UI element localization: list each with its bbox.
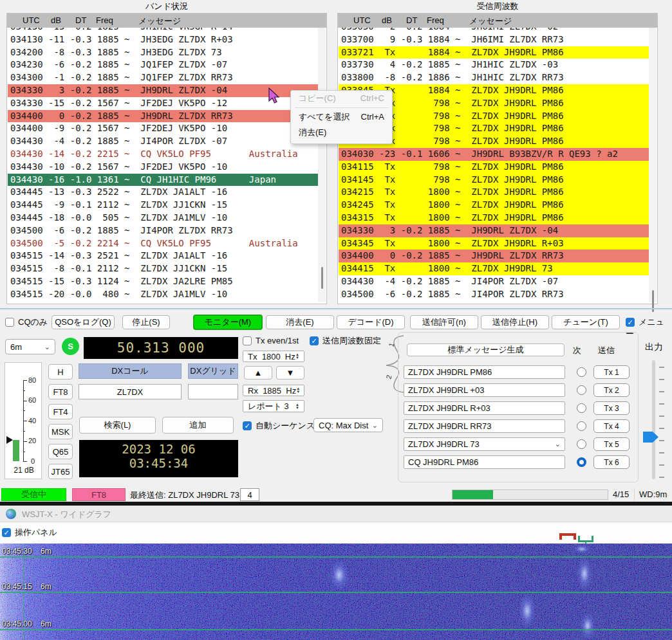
mode-h-button[interactable]: H xyxy=(48,364,73,379)
tx-up-button[interactable]: ▲ xyxy=(244,366,272,379)
decode-button[interactable]: デコード(D) xyxy=(337,315,405,329)
decode-row[interactable]: 034230 -6 -0.2 1885 ~ JQ1FEP ZL7DX -07 xyxy=(8,59,318,71)
decode-row[interactable]: 034515 -20 -0.0 480 ~ ZL7DX JA1MLV -10 xyxy=(8,288,318,301)
log-qso-button[interactable]: QSOをログ(Q) xyxy=(51,315,115,329)
generate-std-msgs-button[interactable]: 標準メッセージ生成 xyxy=(407,343,565,356)
decode-row[interactable]: 034130 -13 -0.2 1825 ~ JH1HIC VK5GP R-14 xyxy=(8,28,318,33)
decode-row[interactable]: 033730 4 -0.2 1885 ~ JH1HIC ZL7DX -03 xyxy=(339,59,649,71)
decode-row[interactable]: 034445 -18 -0.0 505 ~ ZL7DX JA1MLV -10 xyxy=(8,212,318,224)
decode-row[interactable]: 034430 -4 -0.2 1885 ~ JI4POR ZL7DX -07 xyxy=(8,135,318,148)
mode-ft4-button[interactable]: FT4 xyxy=(48,404,73,419)
decode-row[interactable]: 034400 0 -0.2 1885 ~ JH9DRL ZL7DX RR73 xyxy=(8,110,318,123)
widegraph-ruler[interactable]: ✓操作パネル 500 1000 1500 2000 xyxy=(0,522,672,544)
decode-row[interactable]: 034515 -8 -0.1 2112 ~ ZL7DX JJ1CKN -15 xyxy=(8,262,318,275)
hold-tx-freq-checkbox[interactable]: ✓送信周波数固定 xyxy=(310,335,381,347)
dx-call-input[interactable]: ZL7DX xyxy=(79,384,182,399)
tx-freq-spinner[interactable]: Tx 1800 Hz ▲▼ xyxy=(243,351,304,362)
decode-row[interactable]: 033800 -8 -0.2 1886 ~ JH1HIC ZL7DX RR73 xyxy=(339,71,649,84)
frequency-display[interactable]: 50.313 000 xyxy=(84,337,238,359)
halt-button[interactable]: 停止(S) xyxy=(122,315,170,329)
next-tx-radio[interactable] xyxy=(577,457,586,467)
tx-down-button[interactable]: ▼ xyxy=(276,366,304,379)
resize-grip[interactable]: ⋰ xyxy=(663,494,669,501)
power-slider-track[interactable] xyxy=(652,360,655,479)
decode-row[interactable]: 034400 -9 -0.2 1567 ~ JF2DEJ VK5PO -10 xyxy=(8,122,318,135)
decode-row[interactable]: 034330 3 -0.2 1885 ~ JH9DRL ZL7DX -04 xyxy=(339,224,649,237)
add-button[interactable]: 追加 xyxy=(162,417,234,434)
decode-row[interactable]: 034515 -15 -0.3 1124 ~ ZL7DX JA2LRE PM85 xyxy=(8,275,318,288)
status-s-button[interactable]: S xyxy=(62,338,79,355)
lookup-button[interactable]: 検索(L) xyxy=(79,417,156,434)
dx-grid-input[interactable] xyxy=(188,384,238,399)
band-activity-scrollbar[interactable] xyxy=(318,28,326,302)
tx-slot-button[interactable]: Tx 3 xyxy=(593,401,630,415)
cq-only-checkbox[interactable]: CQのみ xyxy=(5,316,48,328)
decode-row[interactable]: 034245 Tx 1800 ~ ZL7DX JH9DRL PM86 xyxy=(339,199,649,212)
decode-row[interactable]: 034115 Tx 798 ~ ZL7DX JH9DRL PM86 xyxy=(339,161,649,174)
tx-message-field[interactable]: ZL7DX JH9DRL PM86 xyxy=(404,365,565,379)
mode-q65-button[interactable]: Q65 xyxy=(48,444,73,459)
decode-row[interactable]: 034030 -23 -0.1 1606 ~ JH9DRL B93BZV/R R… xyxy=(339,148,649,161)
power-slider-handle[interactable] xyxy=(643,432,658,443)
control-panel-checkbox[interactable]: ✓操作パネル xyxy=(2,527,57,538)
mode-msk-button[interactable]: MSK xyxy=(48,424,73,439)
tx-slot-button[interactable]: Tx 5 xyxy=(593,437,630,451)
panel-splitter[interactable] xyxy=(0,308,672,309)
decode-row[interactable]: 034445 -13 -0.3 2522 ~ ZL7DX JA1ALT -16 xyxy=(8,186,318,199)
next-tx-radio[interactable] xyxy=(577,367,586,377)
report-spinner[interactable]: レポート 3▲▼ xyxy=(243,400,304,412)
tx-message-field[interactable]: ZL7DX JH9DRL RR73 xyxy=(404,419,565,433)
decode-row[interactable]: 034145 Tx 798 ~ ZL7DX JH9DRL PM86 xyxy=(339,174,649,187)
decode-row[interactable]: 034430 -14 -0.2 2215 ~ CQ VK5LO PF95 Aus… xyxy=(8,148,318,161)
tx-even-checkbox[interactable]: Tx even/1st xyxy=(243,335,299,345)
tx-freq-marker[interactable] xyxy=(559,533,576,540)
tx-slot-button[interactable]: Tx 1 xyxy=(593,365,630,379)
next-tx-radio[interactable] xyxy=(577,421,586,431)
decode-row[interactable]: 034430 -10 -0.2 1567 ~ JF2DEJ VK5PO -10 xyxy=(8,161,318,174)
erase-button[interactable]: 消去(E) xyxy=(266,315,334,329)
auto-seq-checkbox[interactable]: ✓自動シーケンス xyxy=(243,420,315,432)
decode-row[interactable]: 034500 -6 -0.2 1885 ~ JI4POR ZL7DX RR73 xyxy=(8,224,318,237)
next-tx-radio[interactable] xyxy=(577,403,586,413)
band-select[interactable]: 6m⌄ xyxy=(5,339,55,354)
tx-slot-button[interactable]: Tx 2 xyxy=(593,383,630,397)
rx-frequency-rows[interactable]: 033630 -2 -0.2 1884 ~ JH6IMI ZL7DX -0203… xyxy=(339,28,649,302)
band-activity-rows[interactable]: 034130 -13 -0.2 1825 ~ JH1HIC VK5GP R-14… xyxy=(8,28,318,302)
tx-message-field[interactable]: CQ JH9DRL PM86 xyxy=(404,455,565,469)
decode-row[interactable]: 034430 -4 -0.2 1885 ~ JI4POR ZL7DX -07 xyxy=(339,275,649,288)
widegraph-titlebar[interactable]: WSJT-X - ワイドグラフ xyxy=(0,506,672,522)
tx-message-field[interactable]: ZL7DX JH9DRL R+03 xyxy=(404,401,565,415)
tx-slot-button[interactable]: Tx 6 xyxy=(593,455,630,469)
next-tx-radio[interactable] xyxy=(577,385,586,395)
mode-jt65-button[interactable]: JT65 xyxy=(48,464,73,479)
monitor-button[interactable]: モニター(M) xyxy=(193,315,263,330)
decode-row[interactable]: 034300 -1 -0.2 1885 ~ JQ1FEP ZL7DX RR73 xyxy=(8,71,318,84)
decode-row[interactable]: 034500 -5 -0.2 2214 ~ CQ VK5LO PF95 Aust… xyxy=(8,237,318,250)
mode-ft8-button[interactable]: FT8 xyxy=(48,384,73,399)
decode-row[interactable]: 034215 Tx 1800 ~ ZL7DX JH9DRL PM86 xyxy=(339,186,649,199)
rx-frequency-scrollbar[interactable] xyxy=(649,28,657,302)
rx-freq-spinner[interactable]: Rx 1885 Hz ▲▼ xyxy=(243,385,304,396)
tx-slot-button[interactable]: Tx 4 xyxy=(593,419,630,433)
decode-row[interactable]: 034130 -11 -0.3 1885 ~ JH3EDG ZL7DX R+03 xyxy=(8,33,318,46)
halt-tx-button[interactable]: 送信停止(H) xyxy=(481,315,549,329)
tx-message-field[interactable]: ZL7DX JH9DRL +03 xyxy=(404,383,565,397)
tx-message-field[interactable]: ZL7DX JH9DRL 73⌄ xyxy=(404,437,565,451)
cq-mode-select[interactable]: CQ: Max Dist⌄ xyxy=(313,418,383,432)
decode-row[interactable]: 033630 -2 -0.2 1884 ~ JH6IMI ZL7DX -02 xyxy=(339,28,649,33)
decode-row[interactable]: 034200 -8 -0.3 1885 ~ JH3EDG ZL7DX 73 xyxy=(8,46,318,59)
decode-row[interactable]: 034445 -9 -0.1 2112 ~ ZL7DX JJ1CKN -15 xyxy=(8,199,318,212)
decode-row[interactable]: 034500 -6 -0.2 1885 ~ JI4POR ZL7DX RR73 xyxy=(339,288,649,301)
menu-item-erase[interactable]: 消去(E) xyxy=(291,125,392,140)
waterfall-display[interactable]: 03:45:30 6m 03:45:15 6m 03:45:00 6m xyxy=(0,544,672,640)
tab-2[interactable]: 2 xyxy=(384,374,393,379)
decode-row[interactable]: 034400 0 -0.2 1885 ~ JH9DRL ZL7DX RR73 xyxy=(339,250,649,262)
menu-item-select-all[interactable]: すべてを選択Ctrl+A xyxy=(291,109,392,125)
decode-row[interactable]: 034315 Tx 1800 ~ ZL7DX JH9DRL PM86 xyxy=(339,212,649,224)
decode-row[interactable]: 034515 -14 -0.3 2521 ~ ZL7DX JA1ALT -16 xyxy=(8,250,318,262)
decode-row[interactable]: 034345 Tx 1800 ~ ZL7DX JH9DRL R+03 xyxy=(339,237,649,250)
enable-tx-button[interactable]: 送信許可(n) xyxy=(410,315,478,329)
next-tx-radio[interactable] xyxy=(577,439,586,449)
tune-button[interactable]: チューン(T) xyxy=(552,315,620,329)
decode-row[interactable]: 034430 -16 -1.0 1361 ~ CQ JH1HIC PM96 Ja… xyxy=(8,174,318,187)
